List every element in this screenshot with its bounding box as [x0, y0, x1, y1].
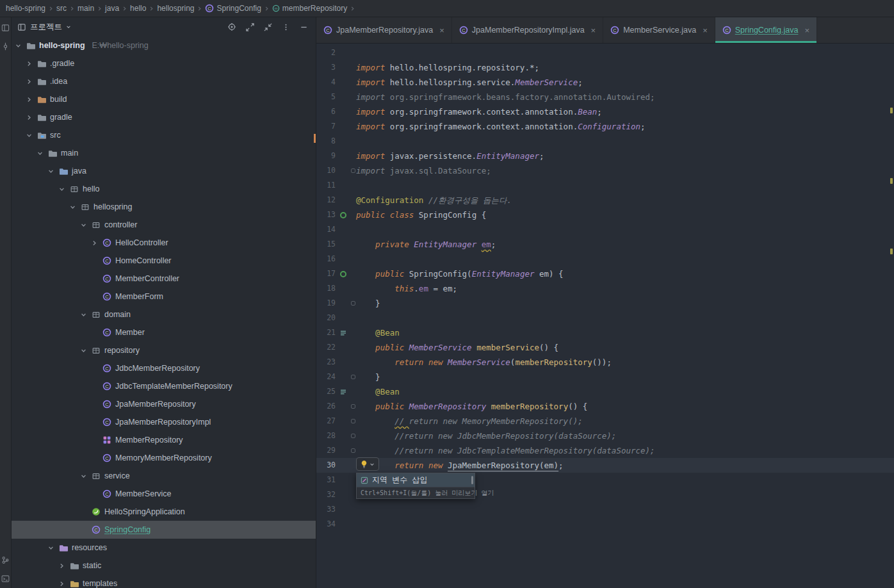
- line-number-17[interactable]: 17: [316, 266, 337, 281]
- tree-item-memorymemberrepository[interactable]: CMemoryMemberRepository: [12, 449, 316, 467]
- locate-file-icon[interactable]: [225, 20, 239, 34]
- line-number-20[interactable]: 20: [316, 311, 337, 325]
- line-number-15[interactable]: 15: [316, 237, 337, 252]
- breadcrumb-src[interactable]: src: [56, 4, 67, 13]
- breadcrumb-springconfig[interactable]: CSpringConfig: [205, 4, 261, 13]
- warning-stripe-mark[interactable]: [890, 108, 893, 113]
- line-number-18[interactable]: 18: [316, 281, 337, 296]
- line-number-4[interactable]: 4: [316, 75, 337, 90]
- chevron-right-icon[interactable]: [58, 580, 66, 587]
- code-line-3[interactable]: 3import hello.hellospring.repository.*;: [316, 60, 894, 75]
- code-line-22[interactable]: 22 public MemberService memberService() …: [316, 340, 894, 355]
- intention-action[interactable]: 지역 변수 삽입: [357, 473, 475, 487]
- tab-jpamemberrepositoryimpl-java[interactable]: CJpaMemberRepositoryImpl.java×: [452, 17, 603, 43]
- line-number-3[interactable]: 3: [316, 60, 337, 75]
- breadcrumb-main[interactable]: main: [77, 4, 94, 13]
- tree-item-controller[interactable]: controller: [12, 216, 316, 234]
- code-line-23[interactable]: 23 return new MemberService(memberReposi…: [316, 355, 894, 370]
- close-tab-icon[interactable]: ×: [591, 26, 596, 35]
- line-number-34[interactable]: 34: [316, 517, 337, 532]
- code-line-5[interactable]: 5import org.springframework.beans.factor…: [316, 90, 894, 104]
- tree-item-hellospringapplication[interactable]: HelloSpringApplication: [12, 503, 316, 521]
- line-number-29[interactable]: 29: [316, 443, 337, 458]
- line-number-16[interactable]: 16: [316, 252, 337, 266]
- intention-bulb[interactable]: [356, 457, 379, 471]
- version-control-tool-icon[interactable]: [1, 556, 10, 564]
- chevron-down-icon[interactable]: [47, 544, 55, 551]
- chevron-down-icon[interactable]: [79, 347, 88, 354]
- code-line-11[interactable]: 11: [316, 178, 894, 193]
- breadcrumb-hello[interactable]: hello: [130, 4, 146, 13]
- fold-icon[interactable]: [351, 448, 355, 453]
- code-line-24[interactable]: 24 }: [316, 370, 894, 384]
- chevron-right-icon[interactable]: [25, 114, 33, 121]
- tree-item-memberrepository[interactable]: MemberRepository: [12, 431, 316, 449]
- code-line-16[interactable]: 16: [316, 252, 894, 266]
- warning-stripe-mark[interactable]: [890, 249, 893, 254]
- tree-item-jdbcmemberrepository[interactable]: CJdbcMemberRepository: [12, 359, 316, 377]
- fold-icon[interactable]: [351, 301, 355, 306]
- chevron-right-icon[interactable]: [25, 96, 33, 103]
- code-line-2[interactable]: 2: [316, 45, 894, 60]
- tree-item-hello[interactable]: hello: [12, 180, 316, 198]
- expand-all-icon[interactable]: [243, 20, 257, 34]
- code-line-26[interactable]: 26 public MemberRepository memberReposit…: [316, 399, 894, 414]
- chevron-right-icon[interactable]: [25, 60, 33, 67]
- tree-item-static[interactable]: static: [12, 557, 316, 575]
- line-number-22[interactable]: 22: [316, 340, 337, 355]
- chevron-down-icon[interactable]: [66, 24, 71, 29]
- tree-item-hellospring[interactable]: hellospring: [12, 198, 316, 216]
- line-number-31[interactable]: 31: [316, 473, 337, 487]
- chevron-right-icon[interactable]: [90, 240, 99, 247]
- line-number-24[interactable]: 24: [316, 370, 337, 384]
- tree-item-main[interactable]: main: [12, 144, 316, 162]
- tab-memberservice-java[interactable]: CMemberService.java×: [603, 17, 715, 43]
- collapse-all-icon[interactable]: [261, 20, 275, 34]
- code-line-17[interactable]: 17 public SpringConfig(EntityManager em)…: [316, 266, 894, 281]
- project-tool-icon[interactable]: [1, 24, 10, 32]
- line-number-9[interactable]: 9: [316, 149, 337, 163]
- code-line-20[interactable]: 20: [316, 311, 894, 325]
- line-number-21[interactable]: 21: [316, 325, 337, 340]
- breadcrumb-java[interactable]: java: [105, 4, 119, 13]
- chevron-down-icon[interactable]: [79, 311, 88, 318]
- code-line-29[interactable]: 29 //return new JdbcTemplateMemberReposi…: [316, 443, 894, 458]
- tree-item-jdbctemplatememberrepository[interactable]: CJdbcTemplateMemberRepository: [12, 377, 316, 395]
- code-line-34[interactable]: 34: [316, 517, 894, 532]
- line-number-13[interactable]: 13: [316, 208, 337, 222]
- code-line-8[interactable]: 8: [316, 134, 894, 149]
- project-panel-title[interactable]: 프로젝트: [30, 22, 62, 33]
- tree-item-jpamemberrepository[interactable]: CJpaMemberRepository: [12, 395, 316, 413]
- tree-item-memberservice[interactable]: CMemberService: [12, 485, 316, 503]
- tree-item-src[interactable]: src: [12, 126, 316, 144]
- code-line-10[interactable]: 10import javax.sql.DataSource;: [316, 163, 894, 178]
- tab-jpamemberrepository-java[interactable]: CJpaMemberRepository.java×: [316, 17, 452, 43]
- commit-tool-icon[interactable]: [1, 42, 10, 51]
- warning-stripe-mark[interactable]: [890, 178, 893, 184]
- fold-icon[interactable]: [351, 375, 355, 379]
- line-number-30[interactable]: 30: [316, 458, 337, 473]
- chevron-down-icon[interactable]: [79, 473, 88, 480]
- line-number-8[interactable]: 8: [316, 134, 337, 149]
- tree-item-service[interactable]: service: [12, 467, 316, 485]
- close-tab-icon[interactable]: ×: [703, 26, 708, 35]
- code-line-19[interactable]: 19 }: [316, 296, 894, 311]
- tree-item-member[interactable]: CMember: [12, 323, 316, 341]
- tree-item-resources[interactable]: resources: [12, 539, 316, 557]
- tree-item-repository[interactable]: repository: [12, 341, 316, 359]
- tree-item-hellocontroller[interactable]: CHelloController: [12, 234, 316, 252]
- line-number-26[interactable]: 26: [316, 399, 337, 414]
- terminal-tool-icon[interactable]: [1, 575, 10, 583]
- code-editor[interactable]: 23import hello.hellospring.repository.*;…: [316, 44, 894, 588]
- fold-icon[interactable]: [351, 168, 355, 173]
- chevron-down-icon[interactable]: [36, 150, 44, 157]
- line-number-10[interactable]: 10: [316, 163, 337, 178]
- code-line-13[interactable]: 13public class SpringConfig {: [316, 208, 894, 222]
- tree-item-membercontroller[interactable]: CMemberController: [12, 270, 316, 288]
- line-number-12[interactable]: 12: [316, 193, 337, 208]
- code-line-6[interactable]: 6import org.springframework.context.anno…: [316, 104, 894, 119]
- code-line-28[interactable]: 28 //return new JdbcMemberRepository(dat…: [316, 429, 894, 443]
- breadcrumb-memberrepository[interactable]: mmemberRepository: [272, 4, 347, 13]
- tree-item-build[interactable]: build: [12, 90, 316, 108]
- tree-item-gradle[interactable]: gradle: [12, 108, 316, 126]
